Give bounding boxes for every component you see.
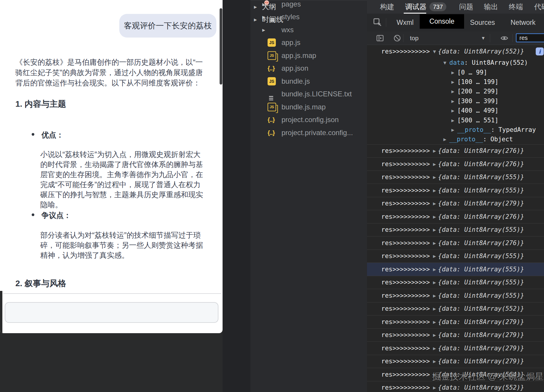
console-entry[interactable]: res>>>>>>>>>>▶{data: Uint8Array(279)} [367,329,544,342]
chat-message-input[interactable] [5,302,218,323]
chevron-down-icon[interactable]: ▼ [482,32,485,45]
chevron-right-icon[interactable]: ▶ [433,149,436,153]
show-console-sidebar-icon[interactable] [376,34,384,42]
tree-row-range[interactable]: ▶[400 … 499] [367,106,544,115]
tab-console[interactable]: Console [420,14,464,29]
console-row[interactable]: res>>>>>>>>>>▶{data: Uint8Array(555)} [367,263,544,276]
console-row[interactable]: res>>>>>>>>>>▶{data: Uint8Array(276)} [367,237,544,250]
chevron-right-icon[interactable]: ▶ [443,137,446,142]
chevron-right-icon[interactable]: ▶ [433,241,436,245]
console-row[interactable]: res>>>>>>>>>>▶{data: Uint8Array(555)} [367,184,544,197]
chevron-right-icon[interactable]: ▶ [433,214,436,219]
console-row[interactable]: res>>>>>>>>>>▶{data: Uint8Array(555)} [367,276,544,289]
chevron-right-icon[interactable]: ▶ [433,162,436,166]
chevron-right-icon[interactable]: ▶ [433,280,436,285]
tab-终端[interactable]: 终端 [509,0,523,14]
console-row[interactable]: res>>>>>>>>>>▶{data: Uint8Array(279)} [367,355,544,368]
tab-代码[interactable]: 代码 [534,0,544,14]
console-entry[interactable]: res>>>>>>>>>>▶{data: Uint8Array(552)} [367,302,544,316]
file-tree-item[interactable]: JSbundle.js.map [223,101,367,114]
tree-row-range[interactable]: ▶[500 … 551] [367,115,544,125]
console-entry[interactable]: res>>>>>>>>>>▶{data: Uint8Array(276)} [367,210,544,223]
console-entry[interactable]: res>>>>>>>>>>▶{data: Uint8Array(555)} [367,263,544,276]
console-entry[interactable]: res>>>>>>>>>>▶{data: Uint8Array(555)} [367,289,544,302]
chat-scroll-area[interactable]: 客观评价一下长安的荔枝 《长安的荔枝》是马伯庸创作的一部历史题材小说，以“一骑红… [0,0,223,288]
tree-row-data[interactable]: ▼ data: Uint8Array(552) [367,58,544,67]
console-row[interactable]: res>>>>>>>>>>▶{data: Uint8Array(555)} [367,171,544,184]
chevron-right-icon[interactable]: ▶ [451,89,454,94]
file-tree-item[interactable]: bundle.js.LICENSE.txt [223,88,367,101]
console-row[interactable]: res>>>>>>>>>>▶{data: Uint8Array(276)} [367,145,544,158]
chevron-right-icon[interactable]: ▶ [433,307,436,311]
chevron-right-icon[interactable]: ▶ [433,346,436,350]
timeline-section[interactable]: ▶ 时间线 [250,13,367,26]
chevron-right-icon[interactable]: ▶ [451,99,454,103]
chevron-right-icon[interactable]: ▶ [451,127,454,132]
console-entry[interactable]: res>>>>>>>>>>▶{data: Uint8Array(279)} [367,197,544,210]
console-row[interactable]: res>>>>>>>>>>▶{data: Uint8Array(279)} [367,329,544,342]
chevron-right-icon[interactable]: ▶ [433,201,436,206]
chevron-right-icon[interactable]: ▶ [433,188,436,192]
tree-row-range[interactable]: ▶[0 … 99] [367,67,544,77]
chevron-right-icon[interactable]: ▶ [433,359,436,364]
execution-context-selector[interactable]: top [410,32,419,45]
chevron-down-icon[interactable]: ▼ [433,49,436,54]
file-tree-item[interactable]: {..}project.config.json [223,114,367,127]
chevron-right-icon[interactable]: ▶ [254,4,257,9]
file-tree-item[interactable]: {..}project.private.config... [223,126,367,139]
tree-row-range[interactable]: ▶[100 … 199] [367,77,544,87]
console-row[interactable]: res>>>>>>>>>>▶{data: Uint8Array(279)} [367,315,544,328]
console-entry[interactable]: res>>>>>>>>>>▶{data: Uint8Array(279)} [367,355,544,368]
file-tree-item[interactable]: JSbundle.js [223,75,367,88]
console-row[interactable]: res>>>>>>>>>>▶{data: Uint8Array(279)} [367,197,544,210]
tree-row-range[interactable]: ▶[300 … 399] [367,96,544,106]
console-entry-expanded[interactable]: res>>>>>>>>>> ▼ {data: Uint8Array(552)} … [367,45,544,145]
chat-scrollbar[interactable] [220,8,222,85]
chevron-right-icon[interactable]: ▶ [433,385,436,390]
console-row[interactable]: res>>>>>>>>>>▶{data: Uint8Array(555)} [367,250,544,263]
chevron-right-icon[interactable]: ▶ [433,320,436,324]
console-row[interactable]: res>>>>>>>>>> ▼ {data: Uint8Array(552)} … [367,45,544,58]
console-entry[interactable]: res>>>>>>>>>>▶{data: Uint8Array(555)} [367,276,544,289]
chevron-right-icon[interactable]: ▶ [451,80,454,84]
tab-sources[interactable]: Sources [470,14,497,32]
clear-console-icon[interactable] [393,34,401,42]
chevron-right-icon[interactable]: ▶ [433,267,436,271]
chevron-right-icon[interactable]: ▶ [254,17,257,22]
tab-wxml[interactable]: Wxml [397,14,417,32]
console-row[interactable]: res>>>>>>>>>>▶{data: Uint8Array(276)} [367,210,544,223]
console-entry[interactable]: res>>>>>>>>>>▶{data: Uint8Array(555)} [367,250,544,263]
chevron-right-icon[interactable]: ▶ [451,70,454,74]
tab-输出[interactable]: 输出 [484,0,498,14]
file-tree-item[interactable]: {..}app.json [223,62,367,75]
console-entry[interactable]: res>>>>>>>>>>▶{data: Uint8Array(276)} [367,158,544,171]
chevron-right-icon[interactable]: ▶ [433,293,436,298]
chevron-right-icon[interactable]: ▶ [451,108,454,113]
console-row[interactable]: res>>>>>>>>>>▶{data: Uint8Array(276)} [367,158,544,171]
chevron-right-icon[interactable]: ▶ [433,175,436,179]
file-tree-item[interactable]: JSapp.js.map [223,49,367,62]
console-entry[interactable]: res>>>>>>>>>>▶{data: Uint8Array(276)} [367,145,544,158]
outline-section[interactable]: ▶ 大纲 [250,0,367,13]
inspect-element-icon[interactable] [373,18,382,27]
console-entry[interactable]: res>>>>>>>>>>▶{data: Uint8Array(555)} [367,223,544,237]
tree-row-range[interactable]: ▶[200 … 299] [367,87,544,96]
tree-row-proto-typedarray[interactable]: ▶ __proto__: TypedArray [367,125,544,135]
file-tree-item[interactable]: JSapp.js [223,36,367,49]
tab-构建[interactable]: 构建 [380,0,394,14]
chevron-right-icon[interactable]: ▶ [433,254,436,258]
tab-network[interactable]: Network [511,14,538,32]
chevron-right-icon[interactable]: ▶ [451,118,454,122]
chevron-right-icon[interactable]: ▶ [262,27,265,32]
chevron-right-icon[interactable]: ▶ [433,228,436,232]
tree-row-proto-object[interactable]: ▶ __proto__: Object [367,135,544,144]
console-entry[interactable]: res>>>>>>>>>>▶{data: Uint8Array(279)} [367,342,544,355]
chevron-down-icon[interactable]: ▼ [443,61,446,65]
console-row[interactable]: res>>>>>>>>>>▶{data: Uint8Array(555)} [367,223,544,237]
info-badge-icon[interactable]: i [536,47,544,55]
console-entry[interactable]: res>>>>>>>>>>▶{data: Uint8Array(555)} [367,171,544,184]
console-filter-input[interactable] [516,33,544,42]
console-row[interactable]: res>>>>>>>>>>▶{data: Uint8Array(279)} [367,342,544,355]
console-row[interactable]: res>>>>>>>>>>▶{data: Uint8Array(552)} [367,302,544,315]
live-expression-eye-icon[interactable] [500,34,508,42]
